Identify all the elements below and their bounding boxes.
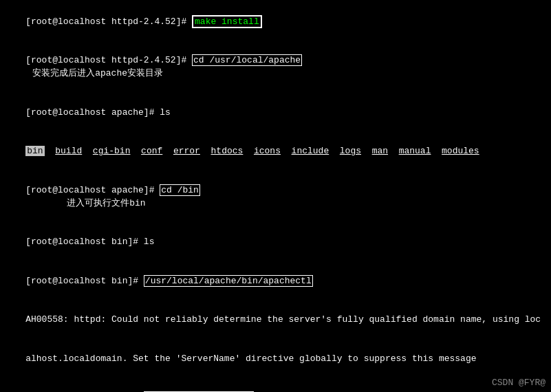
annotation-apache-dir: 安装完成后进入apache安装目录 (32, 68, 163, 78)
line-4-ls-output: bin build cgi-bin conf error htdocs icon… (4, 132, 547, 171)
terminal: [root@localhost httpd-2.4.52]# make inst… (0, 0, 551, 392)
line-1: [root@localhost httpd-2.4.52]# make inst… (4, 3, 547, 42)
line-10: [root@localhost bin]# ss -ntap |grep htt… (4, 378, 547, 392)
line-2: [root@localhost httpd-2.4.52]# cd /usr/l… (4, 42, 547, 94)
line-6: [root@localhost bin]# ls (4, 223, 547, 262)
line-3: [root@localhost apache]# ls (4, 94, 547, 133)
bin-item: bin (25, 146, 44, 156)
line-9: alhost.localdomain. Set the 'ServerName'… (4, 340, 547, 379)
annotation-bin: 进入可执行文件bin (67, 198, 145, 208)
line-7: [root@localhost bin]# /usr/local/apache/… (4, 262, 547, 301)
watermark: CSDN @FYR@ (492, 378, 545, 388)
line-5: [root@localhost apache]# cd /bin 进入可执行文件… (4, 171, 547, 223)
make-install-cmd: make install (192, 15, 262, 28)
line-8: AH00558: httpd: Could not reliably deter… (4, 301, 547, 340)
